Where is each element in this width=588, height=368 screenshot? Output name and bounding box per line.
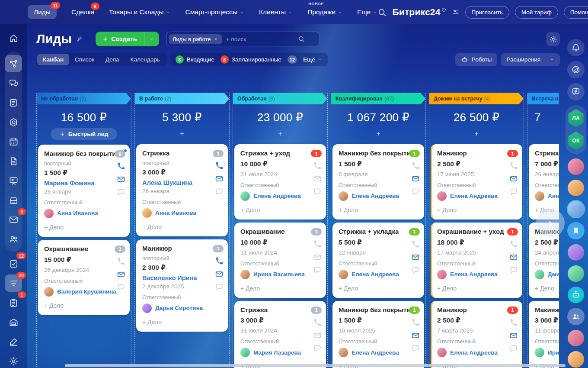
create-button[interactable]: Создать [96, 32, 159, 46]
activity-badge[interactable]: 0 [115, 150, 125, 158]
phone-icon[interactable] [117, 162, 125, 171]
create-dropdown[interactable] [144, 32, 159, 46]
sidebar-item-document[interactable] [5, 152, 22, 170]
activity-badge[interactable]: 1 [409, 307, 420, 314]
tab-view-4[interactable]: Календарь [125, 54, 166, 65]
lead-card[interactable]: Стрижка + уход10 000 ₽31 июля 2024Ответс… [234, 144, 326, 220]
tab-view-1[interactable]: Канбан [37, 54, 69, 65]
responsible-user[interactable]: Елена Андреева [240, 191, 309, 201]
envelope-icon[interactable] [215, 270, 224, 278]
column-header[interactable]: Квалифицирован(47) [331, 93, 425, 104]
responsible-user[interactable]: Анна Иванова [142, 208, 211, 218]
column-header[interactable]: Обработан(3) [233, 93, 327, 104]
add-todo-link[interactable]: + Дело [339, 207, 407, 213]
phone-icon[interactable] [313, 161, 322, 170]
lead-card[interactable]: Стрижка +7 000 ₽26 январяОтветственныйАн… [529, 144, 559, 220]
board-settings-button[interactable] [546, 32, 560, 46]
envelope-icon[interactable] [313, 253, 322, 261]
responsible-user[interactable]: Елена Андреева [339, 348, 407, 357]
activity-badge[interactable]: 1 [213, 245, 224, 252]
chat-avatar[interactable] [568, 158, 584, 175]
phone-icon[interactable] [411, 240, 420, 249]
column-header[interactable]: Не обработан(2) [37, 93, 131, 104]
sidebar-item-board[interactable] [5, 172, 22, 189]
speech-icon[interactable] [313, 266, 322, 274]
responsible-user[interactable]: Валерия Крушинина [44, 287, 112, 297]
phone-icon[interactable] [411, 318, 420, 327]
responsible-user[interactable]: Елена Андреева [339, 270, 407, 279]
sidebar-item-tasks[interactable]: 12 [5, 255, 22, 272]
activity-badge[interactable]: 1 [311, 307, 322, 314]
lead-contact-link[interactable]: Василенко Ирина [142, 274, 211, 281]
add-todo-link[interactable]: + Дело [142, 223, 211, 230]
column-header[interactable]: В работе(2) [135, 93, 229, 104]
activity-badge[interactable]: 1 [311, 228, 322, 236]
sidebar-item-calendar[interactable] [5, 133, 22, 150]
nav-item-7[interactable]: Еще [357, 8, 378, 16]
responsible-user[interactable]: Дарья Сиротина [142, 303, 211, 313]
sidebar-item-people[interactable] [5, 230, 22, 248]
speech-icon[interactable] [411, 344, 420, 353]
envelope-icon[interactable] [509, 253, 518, 261]
activity-badge[interactable]: 1 [409, 150, 420, 157]
phone-icon[interactable] [509, 318, 518, 327]
sidebar-item-sign[interactable] [5, 333, 22, 350]
logo[interactable]: Битрикс24 [392, 7, 446, 17]
envelope-icon[interactable] [215, 174, 224, 183]
speech-icon[interactable] [509, 344, 518, 353]
responsible-user[interactable]: Елена Андреева [437, 270, 505, 279]
nav-item-3[interactable]: Товары и Склады [109, 8, 171, 16]
more-counters-button[interactable]: Ещё [303, 56, 322, 63]
lead-contact-link[interactable]: Марина Фомина [44, 180, 112, 187]
invite-button[interactable]: Пригласить [465, 6, 509, 19]
envelope-icon[interactable] [117, 175, 125, 184]
speech-icon[interactable] [215, 283, 224, 291]
chat-avatar[interactable] [568, 351, 584, 368]
lead-card[interactable]: Окрашивание10 000 ₽31 июля 2024Ответстве… [234, 223, 326, 298]
lead-card[interactable]: Стрижка + укладка5 500 ₽22 январяОтветст… [332, 223, 424, 298]
envelope-icon[interactable] [411, 174, 420, 183]
speech-icon[interactable] [215, 187, 224, 196]
lead-card[interactable]: Стрижкаповторный3 000 ₽Алена Шукшина26 я… [136, 144, 228, 236]
envelope-icon[interactable] [313, 331, 322, 340]
sidebar-item-hexagon[interactable] [5, 113, 22, 131]
lead-card[interactable]: Окрашивание15 000 ₽26 декабря 2024Ответс… [38, 240, 130, 315]
speech-icon[interactable] [117, 188, 125, 197]
speech-icon[interactable] [509, 187, 518, 196]
add-todo-link[interactable]: + Дело [44, 224, 112, 231]
add-todo-link[interactable]: + Дело [142, 319, 211, 326]
phone-icon[interactable] [215, 257, 224, 265]
responsible-user[interactable]: Елена Андреева [339, 191, 407, 201]
nav-item-6[interactable]: НОВОЕПродажи [307, 8, 342, 16]
activity-badge[interactable]: 1 [115, 245, 125, 253]
column-header[interactable]: Дожим на встречу(4) [429, 93, 524, 104]
lead-card[interactable]: Маникюрповторный2 300 ₽Василенко Ирина2 … [136, 239, 228, 332]
envelope-icon[interactable] [411, 331, 420, 340]
tariff-button[interactable]: Мой тариф [515, 6, 558, 19]
responsible-user[interactable]: Анна Иванова [44, 209, 112, 218]
chat-avatar[interactable] [568, 201, 584, 217]
sidebar-item-gear[interactable] [5, 352, 22, 368]
chat-avatar[interactable] [568, 244, 584, 261]
add-todo-link[interactable]: + Дело [44, 302, 112, 309]
lead-card[interactable]: Макияж3 000 ₽11 февраляОтветственныйИрин… [529, 301, 559, 368]
activity-badge[interactable]: 1 [409, 228, 420, 236]
pin-icon[interactable] [76, 36, 83, 42]
speech-icon[interactable] [313, 187, 322, 196]
close-icon[interactable] [214, 37, 218, 41]
responsible-user[interactable]: Мария Лазарева [240, 348, 309, 357]
robots-button[interactable]: Роботы [455, 53, 498, 66]
phone-icon[interactable] [215, 161, 224, 170]
department-hex-avatar[interactable]: ОК [568, 132, 584, 150]
counter-2[interactable]: 8Запланированные [220, 55, 281, 64]
sidebar-item-home[interactable] [5, 29, 22, 47]
lead-card[interactable]: Стрижка3 000 ₽31 июля 2024ОтветственныйМ… [234, 301, 326, 368]
tab-view-2[interactable]: Список [69, 54, 100, 65]
sidebar-item-drive[interactable] [5, 191, 22, 209]
nav-item-5[interactable]: Клиенты [259, 8, 293, 16]
add-todo-link[interactable]: + Дело [437, 285, 505, 292]
activity-badge[interactable]: 1 [311, 150, 322, 157]
phone-icon[interactable] [117, 257, 125, 266]
sidebar-item-mail[interactable]: 3 [5, 211, 22, 228]
scroll-right-button[interactable]: › [536, 209, 565, 237]
